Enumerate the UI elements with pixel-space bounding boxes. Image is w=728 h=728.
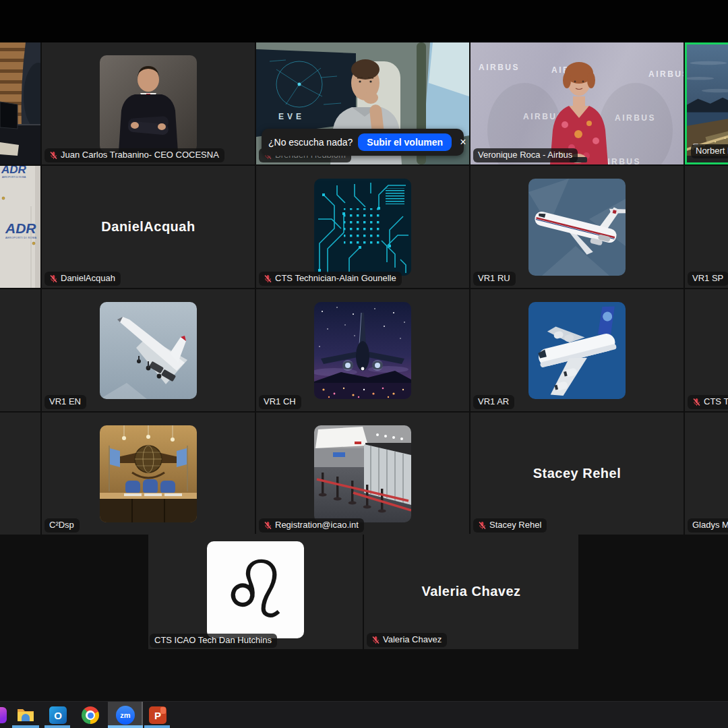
participant-tile-vr1-sp[interactable]: VR1 SP [685, 166, 728, 288]
participant-tile-valeria[interactable]: Valeria Chavez Valeria Chavez [364, 534, 578, 649]
participant-name-label: Veronique Roca - Airbus [473, 148, 578, 162]
participant-tile-vr1-en[interactable]: VR1 EN [42, 289, 255, 411]
running-indicator-file-explorer [12, 725, 39, 728]
night-plane-avatar [314, 302, 411, 399]
muted-mic-icon [478, 521, 487, 530]
participant-name-label: Norbert K [691, 144, 728, 158]
raise-volume-button[interactable]: Subir el volumen [358, 133, 452, 151]
participant-tile-stacey[interactable]: Stacey Rehel Stacey Rehel [471, 413, 684, 535]
icao-hall-graphic [100, 425, 197, 522]
participant-tile-vr1-ar[interactable]: VR1 AR [471, 289, 684, 411]
participant-name-label: CTS Technician-Alain Gounelle [259, 272, 402, 286]
participant-photo [100, 55, 197, 152]
folder-icon [16, 707, 35, 723]
outlook-icon: O [49, 706, 67, 724]
participant-name-label: VR1 EN [44, 395, 86, 409]
participant-tile-alain[interactable]: CTS Technician-Alain Gounelle [256, 166, 469, 288]
a380-avatar [528, 302, 626, 399]
veronique-figure [471, 42, 684, 164]
close-icon[interactable]: × [457, 136, 468, 148]
concorde-graphic [100, 302, 197, 399]
participant-name-label: Valeria Chavez [367, 633, 447, 647]
airliner-graphic [528, 179, 626, 276]
adr-video-frame: ADR AEROPORTI DI ROMA ADR AEROPORTI DI R… [0, 166, 40, 288]
participant-tile-cts-te[interactable]: CTS Te [685, 289, 728, 411]
muted-mic-icon [371, 636, 380, 644]
participant-tile-vr1-ru[interactable]: VR1 RU [471, 166, 684, 288]
participant-tile-vr1-ch[interactable]: VR1 CH [256, 289, 469, 411]
participant-tile-partial-desk[interactable] [0, 42, 40, 164]
participant-tile-brenden[interactable]: EVE Brenden Hedblom ¿No escucha nada? Su… [256, 42, 469, 164]
registration-hall-graphic [314, 425, 411, 522]
circuit-board-graphic [314, 179, 411, 276]
desk-video-frame [0, 42, 40, 164]
circuit-board-avatar [314, 179, 411, 276]
zoom-button[interactable]: zm [109, 702, 142, 728]
participant-tile-juan-carlos[interactable]: Juan Carlos Trabanino- CEO COCESNA [42, 42, 255, 164]
participant-tile-norbert-active-speaker[interactable]: Norbert K [685, 42, 728, 164]
concorde-avatar [100, 302, 197, 399]
night-plane-graphic [314, 302, 411, 399]
participant-tile-registration[interactable]: Registration@icao.int [256, 413, 469, 535]
participant-name-label: C²Dsp [44, 518, 80, 533]
participant-tile-partial-adr[interactable]: ADR AEROPORTI DI ROMA ADR AEROPORTI DI R… [0, 166, 40, 288]
icao-hall-avatar [100, 425, 197, 522]
participant-display-name: Stacey Rehel [471, 465, 684, 481]
file-explorer-button[interactable] [9, 702, 42, 728]
participant-tile-dan[interactable]: ♌ CTS ICAO Tech Dan Hutchins [148, 534, 363, 649]
powerpoint-button[interactable]: P [142, 702, 174, 728]
svg-text:ADR: ADR [1, 166, 27, 176]
participant-tile-daniel[interactable]: DanielAcquah DanielAcquah [42, 166, 255, 288]
participant-name-label: VR1 CH [259, 395, 301, 409]
powerpoint-icon: P [149, 706, 166, 724]
participant-display-name: DanielAcquah [42, 218, 255, 234]
participant-name-label: CTS ICAO Tech Dan Hutchins [150, 634, 277, 648]
chrome-icon [82, 706, 99, 724]
muted-mic-icon [49, 151, 58, 160]
running-indicator-outlook [44, 725, 70, 728]
muted-mic-icon [692, 398, 701, 406]
participant-name-label: Gladys M [688, 518, 728, 533]
participant-name-label: Stacey Rehel [473, 518, 547, 533]
norbert-video-frame [687, 44, 728, 156]
windows-taskbar: O zm P [0, 701, 728, 728]
participant-tile-partial-empty[interactable] [0, 289, 40, 411]
participant-name-label: Juan Carlos Trabanino- CEO COCESNA [44, 148, 224, 162]
participant-tile-veronique[interactable]: AIRBUS AIRBUS AIRBUS AIRBUS AIRBUS AIRBU… [471, 42, 684, 164]
participant-name-label: VR1 RU [473, 272, 516, 286]
chrome-button[interactable] [74, 702, 107, 728]
participant-name-label: VR1 SP [688, 272, 728, 286]
svg-text:ADR: ADR [5, 220, 36, 236]
zoom-icon: zm [116, 706, 135, 725]
muted-mic-icon [264, 521, 272, 530]
svg-text:AEROPORTI DI ROMA: AEROPORTI DI ROMA [2, 176, 26, 179]
zoom-meeting-screen: Juan Carlos Trabanino- CEO COCESNA [0, 0, 728, 728]
leo-symbol-avatar: ♌ [207, 541, 304, 638]
partial-app-icon[interactable] [0, 707, 7, 723]
suit-portrait-graphic [100, 55, 197, 152]
running-indicator-powerpoint [144, 725, 170, 728]
participant-name-label: VR1 AR [473, 395, 514, 409]
registration-hall-avatar [314, 425, 411, 522]
svg-text:AEROPORTI DI ROMA: AEROPORTI DI ROMA [5, 237, 36, 239]
muted-mic-icon [49, 274, 58, 283]
muted-mic-icon [264, 274, 272, 283]
participant-tile-c2dsp[interactable]: C²Dsp [42, 413, 255, 535]
participant-tile-gladys[interactable]: Gladys M [685, 413, 728, 535]
participant-name-label: DanielAcquah [44, 272, 121, 286]
popup-question-text: ¿No escucha nada? [268, 137, 353, 148]
participant-tile-partial-empty2[interactable] [0, 413, 40, 535]
running-indicator-zoom [108, 725, 143, 728]
meeting-gallery: Juan Carlos Trabanino- CEO COCESNA [0, 42, 728, 701]
participant-display-name: Valeria Chavez [364, 583, 578, 599]
participant-name-label: CTS Te [688, 395, 728, 409]
airliner-avatar [528, 179, 626, 276]
outlook-button[interactable]: O [42, 702, 74, 728]
eve-cabin-logo: EVE [278, 112, 305, 121]
audio-notification-popup: ¿No escucha nada? Subir el volumen × [262, 129, 464, 156]
a380-graphic [528, 302, 626, 399]
window-top-strip [0, 0, 728, 42]
participant-name-label: Registration@icao.int [259, 518, 364, 533]
